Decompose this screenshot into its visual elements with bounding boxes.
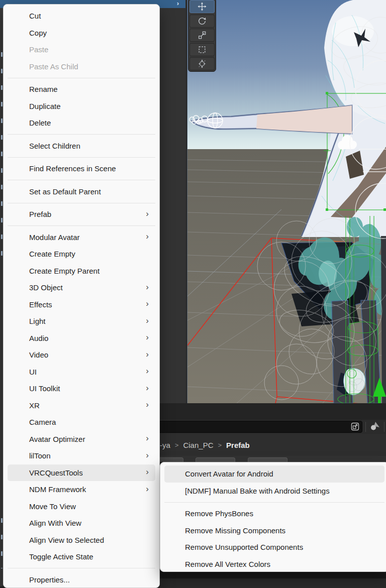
menu-item-prefab[interactable]: Prefab ›: [8, 206, 155, 223]
gizmos-toggle-icon[interactable]: [369, 420, 381, 432]
hierarchy-panel: [160, 0, 187, 403]
menu-item-label: UI: [29, 368, 37, 376]
menu-separator: [4, 75, 159, 81]
submenu-chevron-icon: ›: [146, 349, 149, 360]
toolbar-divider: [384, 422, 384, 432]
menu-item-create-empty-parent[interactable]: Create Empty Parent ›: [8, 263, 155, 280]
menu-item-ui[interactable]: UI ›: [8, 364, 155, 381]
menu-item-properties[interactable]: Properties... ›: [8, 571, 155, 588]
menu-item-label: Remove Unsupported Components: [185, 543, 303, 551]
rotate-icon: [198, 17, 207, 26]
menu-item-label: lilToon: [29, 451, 51, 460]
menu-item-paste[interactable]: Paste ›: [8, 41, 155, 58]
menu-item-label: Light: [29, 317, 46, 325]
scene-3d-view[interactable]: [187, 0, 386, 403]
menu-separator: [4, 565, 159, 571]
submenu-chevron-icon: ›: [146, 433, 149, 443]
submenu-chevron-icon: ›: [146, 332, 149, 342]
menu-item-delete[interactable]: Delete ›: [8, 114, 155, 132]
move-icon: [198, 2, 207, 11]
menu-item-3d-object[interactable]: 3D Object ›: [8, 279, 155, 296]
submenu-chevron-icon: ›: [146, 299, 149, 309]
menu-item-toggle-active-state[interactable]: Toggle Active State ›: [8, 548, 155, 565]
submenu-chevron-icon: ›: [146, 400, 149, 410]
menu-item-label: Create Empty: [29, 250, 75, 258]
open-prefab-icon[interactable]: [350, 422, 360, 431]
prefab-breadcrumb: -ya>Cian_PC>Prefab: [160, 434, 386, 456]
menu-item-label: Modular Avatar: [29, 233, 80, 242]
transform-tool-icon: [198, 59, 207, 68]
menu-item-label: [NDMF] Manual Bake with Android Settings: [185, 487, 330, 495]
menu-item-label: Align View to Selected: [29, 536, 104, 544]
menu-item-move-to-view[interactable]: Move To View ›: [8, 498, 155, 515]
menu-item-label: Create Empty Parent: [29, 267, 100, 275]
menu-item-label: Align With View: [29, 519, 81, 527]
submenu-chevron-icon: ›: [146, 282, 149, 292]
menu-item-video[interactable]: Video ›: [8, 346, 155, 364]
menu-item-label: Select Children: [29, 142, 80, 150]
scene-footer-spacer: [160, 403, 386, 420]
menu-separator: [4, 154, 159, 160]
menu-item-xr[interactable]: XR ›: [8, 397, 155, 414]
move-tool-button[interactable]: [189, 0, 215, 13]
menu-item-remove-unsupported-components[interactable]: Remove Unsupported Components ›: [164, 539, 384, 556]
menu-item-label: Remove Missing Components: [185, 526, 285, 535]
unity-editor-window: ›: [0, 0, 386, 588]
menu-item-modular-avatar[interactable]: Modular Avatar ›: [8, 229, 155, 246]
menu-item-label: Set as Default Parent: [29, 187, 101, 196]
menu-item-align-view-to-selected[interactable]: Align View to Selected ›: [8, 532, 155, 549]
expand-chevron-icon[interactable]: ›: [174, 0, 182, 8]
menu-item-label: Camera: [29, 418, 56, 426]
menu-item-label: Delete: [29, 119, 51, 127]
menu-item-effects[interactable]: Effects ›: [8, 296, 155, 313]
scale-icon: [198, 31, 207, 40]
menu-item-align-with-view[interactable]: Align With View ›: [8, 515, 155, 532]
menu-item-label: Avatar Optimizer: [29, 435, 85, 443]
menu-item-audio[interactable]: Audio ›: [8, 330, 155, 347]
menu-separator: [4, 223, 159, 229]
rect-tool-button[interactable]: [189, 43, 215, 56]
menu-separator: [160, 499, 386, 505]
rect-tool-icon: [198, 45, 207, 54]
breadcrumb-item-prefab[interactable]: Prefab: [226, 441, 250, 449]
menu-item-rename[interactable]: Rename ›: [8, 81, 155, 98]
menu-item-ndm-framework[interactable]: NDM Framework ›: [8, 481, 155, 498]
menu-item-light[interactable]: Light ›: [8, 313, 155, 330]
submenu-chevron-icon: ›: [146, 316, 149, 326]
menu-item-remove-missing-components[interactable]: Remove Missing Components ›: [164, 522, 384, 539]
menu-item-copy[interactable]: Copy ›: [8, 25, 155, 42]
menu-item-find-references-in-scene[interactable]: Find References in Scene ›: [8, 160, 155, 177]
breadcrumb-item-cian-pc[interactable]: Cian_PC: [183, 441, 213, 449]
menu-item-vrcquesttools[interactable]: VRCQuestTools ›: [8, 464, 155, 482]
menu-item-label: Video: [29, 350, 48, 359]
menu-item-label: Paste As Child: [29, 62, 78, 71]
menu-item-label: Rename: [29, 85, 58, 93]
transform-tool-button[interactable]: [189, 57, 215, 70]
menu-item-label: Paste: [29, 45, 48, 54]
menu-separator: [4, 132, 159, 138]
menu-item-create-empty[interactable]: Create Empty ›: [8, 246, 155, 263]
menu-item-label: Remove PhysBones: [185, 509, 253, 518]
menu-item-convert-avatar-for-android[interactable]: Convert Avatar for Android ›: [164, 465, 384, 483]
menu-item-remove-physbones[interactable]: Remove PhysBones ›: [164, 505, 384, 522]
menu-item-duplicate[interactable]: Duplicate ›: [8, 98, 155, 115]
menu-item-ui-toolkit[interactable]: UI Toolkit ›: [8, 380, 155, 397]
menu-item-label: Effects: [29, 300, 52, 309]
menu-item-remove-all-vertex-colors[interactable]: Remove All Vertex Colors ›: [164, 556, 384, 572]
menu-item-paste-as-child[interactable]: Paste As Child ›: [8, 58, 155, 75]
menu-item-select-children[interactable]: Select Children ›: [8, 138, 155, 155]
submenu-chevron-icon: ›: [146, 467, 149, 477]
menu-item-ndmf-manual-bake-with-android-settings[interactable]: [NDMF] Manual Bake with Android Settings…: [164, 483, 384, 500]
scale-tool-button[interactable]: [189, 29, 215, 42]
submenu-chevron-icon: ›: [146, 450, 149, 460]
menu-item-camera[interactable]: Camera ›: [8, 414, 155, 431]
rotate-tool-button[interactable]: [189, 15, 215, 28]
menu-item-avatar-optimizer[interactable]: Avatar Optimizer ›: [8, 431, 155, 448]
menu-item-label: Copy: [29, 29, 47, 37]
menu-item-set-as-default-parent[interactable]: Set as Default Parent ›: [8, 183, 155, 200]
hierarchy-context-menu: Cut › Copy › Paste › Paste As Child › Re…: [3, 4, 160, 588]
menu-item-liltoon[interactable]: lilToon ›: [8, 447, 155, 464]
breadcrumb-item-ya[interactable]: -ya: [160, 441, 170, 449]
prefab-bar-field: [158, 421, 362, 433]
menu-item-cut[interactable]: Cut ›: [8, 8, 155, 25]
